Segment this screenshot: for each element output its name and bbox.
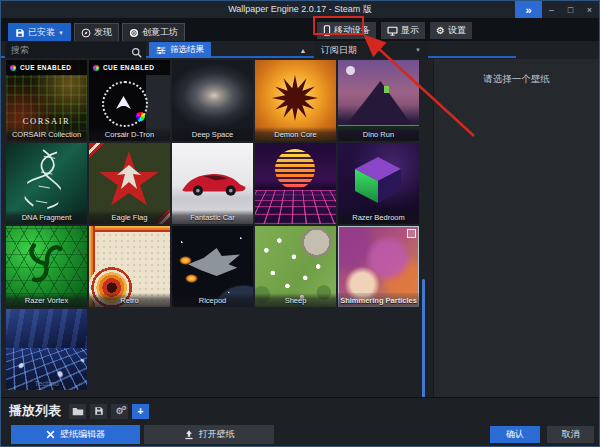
search-icon [131, 44, 142, 55]
workshop-icon [129, 28, 139, 38]
wallpaper-tile-razer-vortex[interactable]: Razer Vortex [6, 226, 87, 307]
gears-icon: ⚙⚙ [115, 407, 123, 416]
save-icon [94, 406, 104, 416]
sort-by-label: 订阅日期 [321, 44, 357, 57]
tab-workshop-label: 创意工坊 [142, 26, 178, 39]
playlist-settings-button[interactable]: ⚙⚙ [111, 404, 128, 419]
compass-icon [81, 28, 91, 38]
window-title: Wallpaper Engine 2.0.17 - Steam 版 [1, 1, 599, 18]
wallpaper-engine-window: { "window": { "title": "Wallpaper Engine… [0, 0, 600, 447]
wallpaper-checkbox[interactable] [407, 229, 416, 238]
wallpaper-tile-fantastic-car[interactable]: Fantastic Car [172, 143, 253, 224]
wallpaper-tile-deep-space[interactable]: Deep Space [172, 60, 253, 141]
wallpaper-tile-dino-run[interactable]: Dino Run [338, 60, 419, 141]
wallpaper-title: Retro [89, 293, 170, 307]
wallpaper-title: DNA Fragment [6, 210, 87, 224]
upload-icon [184, 430, 194, 440]
tab-installed-label: 已安装 [28, 26, 55, 39]
car-art [176, 165, 249, 198]
wallpaper-tile-ricepod[interactable]: Ricepod [172, 226, 253, 307]
icue-logo-icon [9, 64, 17, 72]
displays-label: 显示 [401, 24, 419, 37]
maximize-button[interactable]: □ [561, 1, 580, 18]
wallpaper-tile-shimmering-particles[interactable]: Shimmering Particles [338, 226, 419, 307]
wallpaper-tile-corsair-collection[interactable]: CUE ENABLED CORSAIR CORSAIR Collection [6, 60, 87, 141]
wallpaper-tile-sheep[interactable]: Sheep [255, 226, 336, 307]
sort-by-dropdown[interactable]: 订阅日期 ▼ [314, 42, 428, 58]
cue-badge-label: CUE ENABLED [103, 64, 154, 71]
wallpaper-title: CORSAIR Collection [6, 127, 87, 141]
chevron-down-icon: ▼ [415, 47, 421, 53]
wallpaper-editor-label: 壁纸编辑器 [60, 428, 105, 441]
floppy-icon [15, 28, 25, 38]
chevron-down-icon: ▼ [58, 30, 64, 36]
sort-direction-button[interactable]: ▲ [295, 42, 311, 58]
device-buttons: 移动设备 显示 ⚙ 设置 [317, 22, 472, 39]
wallpaper-title: Fantastic Car [172, 210, 253, 224]
mobile-devices-label: 移动设备 [334, 24, 370, 37]
confirm-button[interactable]: 确认 [490, 426, 540, 443]
wallpaper-tile-eagle-flag[interactable]: Eagle Flag [89, 143, 170, 224]
playlist-bar: 播放列表 ⚙⚙ + 壁纸编辑器 打开壁纸 确认 取消 [1, 397, 599, 446]
dna-helix-art [23, 147, 67, 214]
filter-results-button[interactable]: 筛选结果 [149, 42, 211, 58]
wallpaper-title: Corsair D-Tron [89, 127, 170, 141]
monitor-icon [387, 26, 398, 36]
wallpaper-grid: CUE ENABLED CORSAIR CORSAIR Collection C… [1, 59, 433, 397]
filter-sliders-icon [156, 46, 166, 55]
rgb-ring-art [136, 112, 145, 121]
phone-icon [323, 25, 331, 36]
cue-enabled-badge: CUE ENABLED [89, 60, 170, 75]
add-playlist-button[interactable]: + [132, 404, 149, 419]
open-playlist-button[interactable] [69, 404, 86, 419]
wallpaper-editor-button[interactable]: 壁纸编辑器 [11, 425, 140, 444]
open-wallpaper-button[interactable]: 打开壁纸 [144, 425, 274, 444]
dino-sprite-art [384, 86, 389, 93]
wallpaper-tile-corsair-dtron[interactable]: CUE ENABLED Corsair D-Tron [89, 60, 170, 141]
wallpaper-title: Sheep [255, 293, 336, 307]
close-button[interactable]: × [580, 1, 599, 18]
cue-enabled-badge: CUE ENABLED [6, 60, 87, 75]
expand-button[interactable]: » [515, 1, 542, 18]
wallpaper-title: Razer Bedroom [338, 210, 419, 224]
tab-discover-label: 发现 [94, 26, 112, 39]
select-wallpaper-hint: 请选择一个壁纸 [434, 73, 599, 86]
wallpaper-tile-retro[interactable]: Retro [89, 226, 170, 307]
folder-icon [72, 406, 84, 416]
playlist-controls: 播放列表 ⚙⚙ + [9, 402, 149, 420]
corsair-logo-text: CORSAIR [6, 116, 87, 126]
wallpaper-tile-demon-core[interactable]: Demon Core [255, 60, 336, 141]
thruster-flame-art [179, 256, 192, 265]
mobile-devices-button[interactable]: 移动设备 [317, 22, 376, 39]
cancel-button[interactable]: 取消 [547, 426, 594, 443]
tab-installed[interactable]: 已安装 ▼ [8, 23, 71, 41]
cancel-label: 取消 [562, 428, 580, 441]
wallpaper-tile-neon-sunset[interactable]: Neon Sunset [255, 143, 336, 224]
save-playlist-button[interactable] [90, 404, 107, 419]
wallpaper-tile-dna-fragment[interactable]: DNA Fragment [6, 143, 87, 224]
wallpaper-title: Dino Run [338, 127, 419, 141]
tab-discover[interactable]: 发现 [74, 23, 119, 41]
scrollbar-thumb[interactable] [422, 279, 425, 401]
wallpaper-tile-techno[interactable]: Techno [6, 309, 87, 390]
wallpaper-title: Neon Sunset [255, 210, 336, 224]
titlebar: Wallpaper Engine 2.0.17 - Steam 版 » – □ … [1, 1, 599, 18]
wallpaper-tile-razer-bedroom[interactable]: Razer Bedroom [338, 143, 419, 224]
settings-button[interactable]: ⚙ 设置 [430, 22, 472, 39]
displays-button[interactable]: 显示 [381, 22, 425, 39]
chevrons-right-icon: » [525, 4, 531, 16]
wallpaper-title: Demon Core [255, 127, 336, 141]
editor-tools-icon [46, 430, 55, 439]
playlist-label: 播放列表 [9, 402, 61, 420]
search-input[interactable] [5, 42, 146, 58]
tab-bar: 已安装 ▼ 发现 创意工坊 移动设备 显示 ⚙ 设置 [1, 18, 599, 41]
minimize-button[interactable]: – [542, 1, 561, 18]
thruster-flame-art [185, 274, 198, 283]
wallpaper-title: Techno [6, 376, 87, 390]
settings-label: 设置 [448, 24, 466, 37]
wallpaper-title: Deep Space [172, 127, 253, 141]
main-tabs: 已安装 ▼ 发现 创意工坊 [8, 23, 185, 41]
icue-logo-icon [92, 64, 100, 72]
wallpaper-title: Shimmering Particles [338, 293, 419, 307]
tab-workshop[interactable]: 创意工坊 [122, 23, 185, 41]
